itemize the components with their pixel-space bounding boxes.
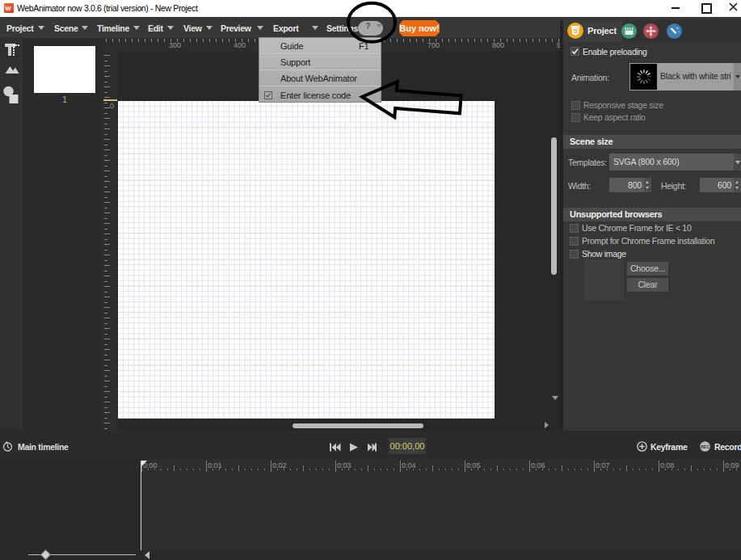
svg-text:REC: REC bbox=[701, 444, 709, 449]
svg-text:5: 5 bbox=[574, 27, 578, 35]
